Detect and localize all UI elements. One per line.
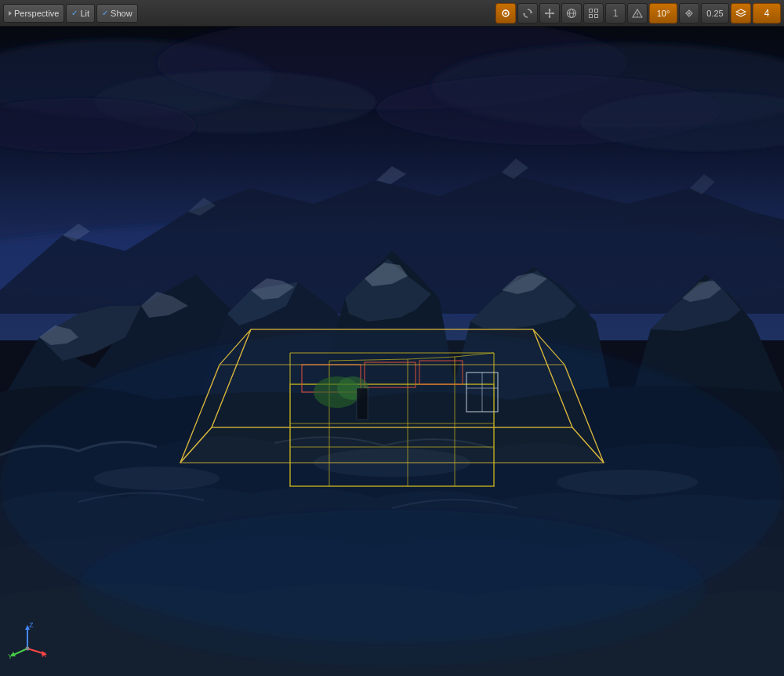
svg-point-88 bbox=[26, 647, 30, 651]
svg-rect-78 bbox=[595, 14, 598, 17]
grid-button[interactable] bbox=[583, 3, 604, 24]
lit-check-icon: ✓ bbox=[71, 9, 78, 17]
x-axis-label: X bbox=[42, 651, 46, 659]
perspective-arrow-icon bbox=[9, 11, 12, 16]
layers-button[interactable] bbox=[731, 3, 751, 24]
snap-value-button[interactable]: 0.25 bbox=[701, 3, 729, 24]
snap-value-label: 0.25 bbox=[706, 9, 723, 18]
svg-rect-76 bbox=[595, 9, 598, 12]
viewport: Perspective ✓ Lit ✓ Show bbox=[0, 0, 784, 676]
show-check-icon: ✓ bbox=[102, 9, 108, 17]
perspective-button[interactable]: Perspective bbox=[3, 4, 64, 23]
world-settings-button[interactable] bbox=[561, 3, 582, 24]
svg-point-80 bbox=[637, 15, 637, 16]
viewport-count-button[interactable]: 1 bbox=[605, 3, 626, 24]
show-button[interactable]: ✓ Show bbox=[96, 4, 138, 23]
svg-rect-63 bbox=[357, 388, 368, 420]
move-button[interactable] bbox=[539, 3, 560, 24]
svg-point-35 bbox=[78, 510, 706, 667]
scene-svg bbox=[0, 0, 784, 676]
toolbar-right: 1 10° bbox=[495, 3, 781, 24]
layer-count-button[interactable]: 4 bbox=[753, 3, 781, 24]
layer-count-label: 4 bbox=[764, 8, 770, 19]
toolbar: Perspective ✓ Lit ✓ Show bbox=[0, 0, 784, 27]
svg-marker-37 bbox=[212, 329, 572, 427]
axes-widget: Z X Y bbox=[8, 621, 47, 660]
toolbar-left: Perspective ✓ Lit ✓ Show bbox=[3, 4, 494, 23]
camera-settings-button[interactable] bbox=[495, 3, 516, 24]
lit-button[interactable]: ✓ Lit bbox=[66, 4, 95, 23]
svg-rect-77 bbox=[590, 14, 593, 17]
snap-toggle-button[interactable] bbox=[679, 3, 699, 24]
perspective-label: Perspective bbox=[14, 9, 59, 18]
y-axis-label: Y bbox=[8, 652, 13, 660]
angle-snap-label: 10° bbox=[657, 9, 670, 18]
transform-button[interactable] bbox=[517, 3, 538, 24]
viewport-count-label: 1 bbox=[613, 8, 619, 19]
svg-point-71 bbox=[505, 12, 507, 14]
svg-marker-36 bbox=[180, 427, 604, 463]
show-label: Show bbox=[111, 9, 132, 18]
warnings-button[interactable] bbox=[627, 3, 648, 24]
z-axis-label: Z bbox=[29, 621, 34, 629]
lit-label: Lit bbox=[80, 9, 89, 18]
svg-rect-75 bbox=[590, 9, 593, 12]
angle-snap-button[interactable]: 10° bbox=[649, 3, 677, 24]
svg-point-81 bbox=[688, 12, 691, 14]
